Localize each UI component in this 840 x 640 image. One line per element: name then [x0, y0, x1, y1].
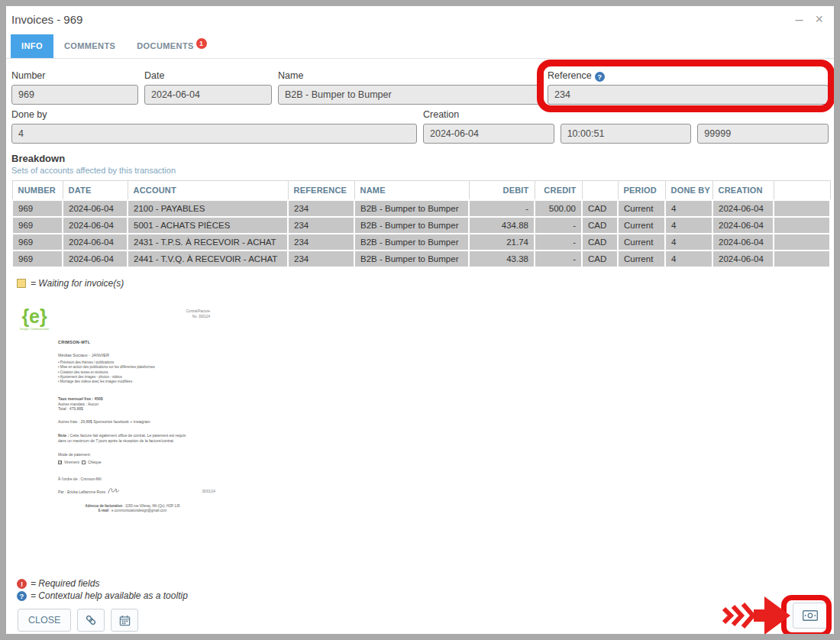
- pay-to-order-line: À l'ordre de : Crimson-Mtl: [58, 477, 217, 482]
- table-cell: B2B - Bumper to Bumper: [354, 217, 469, 234]
- table-cell: 234: [288, 200, 354, 217]
- done-by-field[interactable]: [11, 124, 417, 144]
- table-cell: 969: [12, 234, 63, 251]
- reference-help-icon[interactable]: ?: [595, 72, 605, 82]
- table-cell: 2024-06-04: [63, 200, 128, 217]
- table-cell: 2441 - T.V.Q. À RECEVOIR - ACHAT: [128, 251, 288, 267]
- total-line: Total : 479,88$: [58, 406, 217, 412]
- col-debit: DEBIT: [469, 181, 535, 201]
- creation-number-field[interactable]: [697, 124, 829, 144]
- money-bill-icon: [803, 610, 818, 621]
- signature-row: Par : Ericka Laflamme Ross 30/01/24: [58, 486, 217, 495]
- table-cell: CAD: [582, 251, 618, 267]
- required-icon: !: [17, 579, 27, 589]
- table-cell: B2B - Bumper to Bumper: [354, 251, 469, 267]
- tab-comments[interactable]: COMMENTS: [53, 34, 126, 58]
- table-cell: 2100 - PAYABLES: [128, 200, 288, 217]
- tab-bar: INFO COMMENTS DOCUMENTS1: [6, 34, 834, 59]
- table-cell: Current: [618, 251, 665, 267]
- table-cell: 2431 - T.P.S. À RECEVOIR - ACHAT: [128, 234, 288, 251]
- invoice-form: Number Date Name Reference? Done by: [6, 59, 834, 144]
- table-cell: 4: [665, 251, 712, 267]
- table-cell: -: [535, 251, 582, 267]
- cheque-checkbox-icon: [82, 461, 86, 464]
- date-field[interactable]: [144, 85, 272, 105]
- table-cell: [774, 200, 830, 217]
- service-bullet: • Montage des vidéos avec les images mod…: [58, 380, 217, 384]
- table-cell: 234: [288, 234, 354, 251]
- table-cell: 2024-06-04: [63, 217, 128, 234]
- calendar-button[interactable]: [111, 609, 138, 632]
- invoice-subject: Médias Sociaux - JANVIER: [58, 353, 217, 358]
- payment-options: Virement Chèque: [58, 460, 217, 465]
- vendor-logo: {e} Design / Communication: [20, 306, 49, 331]
- creation-time-field[interactable]: [561, 124, 692, 144]
- documents-count-badge: 1: [196, 38, 207, 49]
- table-cell: 21.74: [469, 234, 535, 251]
- payment-mode-label: Mode de paiement:: [58, 452, 217, 457]
- breakdown-subtitle: Sets of accounts affected by this transa…: [11, 166, 829, 175]
- close-icon[interactable]: ×: [815, 12, 823, 26]
- table-row: 9692024-06-042100 - PAYABLES234B2B - Bum…: [12, 200, 830, 217]
- document-reference: Contrat/Facture No. 300124: [186, 309, 210, 319]
- vendor-logo-mark: {e}: [20, 306, 49, 326]
- table-cell: 434.88: [469, 217, 535, 234]
- table-cell: -: [535, 217, 582, 234]
- invoice-document-preview: {e} Design / Communication Contrat/Factu…: [14, 302, 237, 558]
- reference-field[interactable]: [548, 85, 829, 105]
- invoice-body: CRIMSON-MTL Médias Sociaux - JANVIER • P…: [58, 340, 217, 514]
- dialog-buttons: CLOSE: [18, 609, 138, 632]
- virement-label: Virement: [64, 460, 79, 465]
- invoice-services-list: • Prévision des thèmes / publications• M…: [58, 360, 217, 384]
- billing-value: : 1150 rue Villeray, Mtl (Qc), H2R 1J6: [124, 504, 180, 508]
- table-cell: CAD: [582, 200, 618, 217]
- col-account: ACCOUNT: [128, 181, 288, 201]
- table-cell: [774, 251, 830, 267]
- table-cell: 43.38: [469, 251, 535, 267]
- invoice-dialog: Invoices - 969 – × INFO COMMENTS DOCUMEN…: [6, 6, 834, 634]
- table-cell: 2024-06-04: [712, 200, 774, 217]
- table-cell: 969: [12, 200, 63, 217]
- client-name: CRIMSON-MTL: [58, 340, 217, 345]
- virement-checkbox-icon: [58, 461, 62, 464]
- help-icon: ?: [17, 591, 27, 601]
- col-reference: REFERENCE: [288, 181, 354, 201]
- payment-button[interactable]: [793, 603, 828, 629]
- reference-label-text: Reference: [548, 70, 592, 81]
- tab-documents-label: DOCUMENTS: [137, 41, 194, 50]
- table-cell: 969: [12, 251, 63, 267]
- tab-info[interactable]: INFO: [11, 34, 53, 58]
- waiting-color-swatch: [17, 279, 26, 288]
- minimize-icon[interactable]: –: [795, 12, 803, 26]
- table-cell: 2024-06-04: [63, 251, 128, 267]
- table-cell: B2B - Bumper to Bumper: [354, 234, 469, 251]
- signature-icon: [108, 486, 120, 495]
- waiting-legend-text: = Waiting for invoice(s): [31, 278, 124, 289]
- table-header-row: NUMBER DATE ACCOUNT REFERENCE NAME DEBIT…: [12, 181, 830, 201]
- col-extra: [774, 181, 830, 201]
- tab-documents[interactable]: DOCUMENTS1: [126, 31, 218, 58]
- col-period: PERIOD: [618, 181, 665, 201]
- footer-legends: ! = Required fields ? = Contextual help …: [17, 577, 188, 602]
- note-block: Note : Cette facture fait également offi…: [58, 433, 189, 443]
- link-button[interactable]: [77, 609, 105, 632]
- creation-date-field[interactable]: [423, 124, 554, 144]
- reference-label: Reference?: [548, 70, 829, 82]
- table-cell: Current: [618, 200, 665, 217]
- date-label: Date: [144, 70, 272, 82]
- table-cell: CAD: [582, 217, 618, 234]
- email-line: E-mail : e.communicationdesign@gmail.com: [58, 509, 207, 514]
- vendor-logo-caption: Design / Communication: [20, 328, 49, 331]
- table-row: 9692024-06-042441 - T.V.Q. À RECEVOIR - …: [12, 251, 830, 267]
- table-cell: Current: [618, 217, 665, 234]
- name-field[interactable]: [278, 85, 541, 105]
- breakdown-table-body: 9692024-06-042100 - PAYABLES234B2B - Bum…: [12, 200, 830, 267]
- help-legend-text: = Contextual help available as a tooltip: [31, 590, 188, 601]
- number-field[interactable]: [11, 85, 138, 105]
- table-cell: 2024-06-04: [712, 234, 774, 251]
- signature-date: 30/01/24: [202, 490, 215, 495]
- table-cell: -: [535, 234, 582, 251]
- breakdown-title: Breakdown: [11, 153, 829, 164]
- note-text: Cette facture fait également office de c…: [58, 433, 186, 443]
- close-button[interactable]: CLOSE: [18, 609, 71, 632]
